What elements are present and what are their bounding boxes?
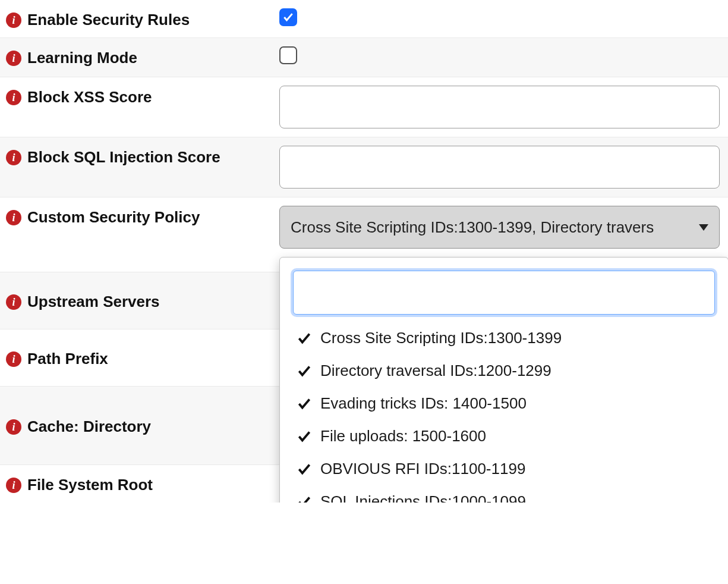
option-directory-traversal[interactable]: Directory traversal IDs:1200-1299 xyxy=(293,354,715,387)
label-cell: Custom Security Policy xyxy=(6,206,279,227)
row-enable-security-rules: Enable Security Rules xyxy=(0,0,728,38)
check-icon xyxy=(297,429,312,444)
option-evading-tricks[interactable]: Evading tricks IDs: 1400-1500 xyxy=(293,387,715,420)
label-path-prefix: Path Prefix xyxy=(27,350,108,368)
label-cell: Block SQL Injection Score xyxy=(6,146,279,167)
option-obvious-rfi[interactable]: OBVIOUS RFI IDs:1100-1199 xyxy=(293,453,715,485)
info-icon[interactable] xyxy=(6,419,21,435)
caret-down-icon xyxy=(699,224,708,231)
dropdown-search-input[interactable] xyxy=(293,271,715,315)
input-cell: Cross Site Scripting IDs:1300-1399, Dire… xyxy=(279,206,728,249)
input-cell xyxy=(279,8,728,27)
option-cross-site-scripting[interactable]: Cross Site Scripting IDs:1300-1399 xyxy=(293,322,715,354)
check-icon xyxy=(297,396,312,412)
label-cell: Path Prefix xyxy=(6,347,279,368)
option-label: OBVIOUS RFI IDs:1100-1199 xyxy=(320,460,525,478)
label-cell: Cache: Directory xyxy=(6,415,279,436)
option-label: Directory traversal IDs:1200-1299 xyxy=(320,362,551,380)
info-icon[interactable] xyxy=(6,51,21,66)
label-cell: Upstream Servers xyxy=(6,290,279,311)
label-cache-directory: Cache: Directory xyxy=(27,417,151,436)
label-custom-security-policy: Custom Security Policy xyxy=(27,208,200,227)
label-cell: Block XSS Score xyxy=(6,86,279,106)
option-label: SQL Injections IDs:1000-1099 xyxy=(320,492,526,503)
row-block-sql-injection-score: Block SQL Injection Score xyxy=(0,137,728,197)
settings-form: Enable Security Rules Learning Mode Bloc… xyxy=(0,0,728,503)
label-cell: File System Root xyxy=(6,473,279,494)
checkbox-enable-security-rules[interactable] xyxy=(279,8,297,26)
info-icon[interactable] xyxy=(6,210,21,225)
select-custom-security-policy[interactable]: Cross Site Scripting IDs:1300-1399, Dire… xyxy=(279,206,720,249)
dropdown-panel: Cross Site Scripting IDs:1300-1399 Direc… xyxy=(279,257,728,503)
info-icon[interactable] xyxy=(6,294,21,310)
option-label: Evading tricks IDs: 1400-1500 xyxy=(320,394,527,413)
input-block-xss-score[interactable] xyxy=(279,86,720,128)
option-sql-injections[interactable]: SQL Injections IDs:1000-1099 xyxy=(293,485,715,503)
input-cell xyxy=(279,86,728,128)
info-icon[interactable] xyxy=(6,478,21,493)
option-file-uploads[interactable]: File uploads: 1500-1600 xyxy=(293,420,715,453)
input-cell xyxy=(279,46,728,68)
check-icon xyxy=(297,363,312,379)
row-block-xss-score: Block XSS Score xyxy=(0,77,728,137)
info-icon[interactable] xyxy=(6,150,21,165)
checkbox-learning-mode[interactable] xyxy=(279,46,297,64)
row-learning-mode: Learning Mode xyxy=(0,38,728,77)
info-icon[interactable] xyxy=(6,351,21,367)
label-block-sql-injection-score: Block SQL Injection Score xyxy=(27,148,220,167)
select-display-text: Cross Site Scripting IDs:1300-1399, Dire… xyxy=(291,218,694,237)
info-icon[interactable] xyxy=(6,12,21,28)
option-label: File uploads: 1500-1600 xyxy=(320,427,486,445)
input-block-sql-injection-score[interactable] xyxy=(279,146,720,189)
check-icon xyxy=(297,461,312,477)
check-icon xyxy=(297,494,312,503)
input-cell xyxy=(279,146,728,189)
label-block-xss-score: Block XSS Score xyxy=(27,88,152,106)
option-label: Cross Site Scripting IDs:1300-1399 xyxy=(320,329,562,347)
label-upstream-servers: Upstream Servers xyxy=(27,293,160,311)
label-enable-security-rules: Enable Security Rules xyxy=(27,11,190,29)
row-custom-security-policy: Custom Security Policy Cross Site Script… xyxy=(0,197,728,252)
dropdown-options-list: Cross Site Scripting IDs:1300-1399 Direc… xyxy=(293,322,715,503)
label-cell: Learning Mode xyxy=(6,46,279,67)
label-learning-mode: Learning Mode xyxy=(27,49,137,67)
check-icon xyxy=(297,331,312,346)
info-icon[interactable] xyxy=(6,90,21,105)
label-cell: Enable Security Rules xyxy=(6,8,279,29)
label-file-system-root: File System Root xyxy=(27,476,153,494)
